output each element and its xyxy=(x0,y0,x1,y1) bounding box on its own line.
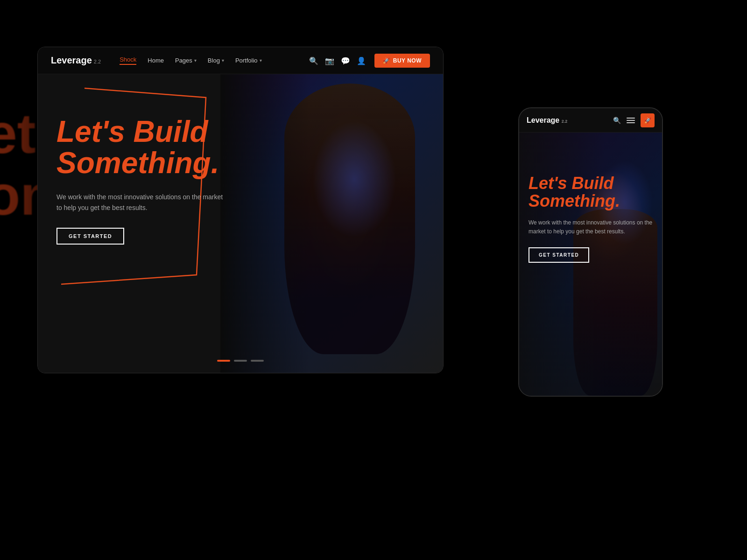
nav-utility-icons: 🔍 📷 💬 👤 xyxy=(309,56,365,65)
buy-now-button[interactable]: 🚀 BUY NOW xyxy=(374,54,430,68)
hero-subtitle: We work with the most innovative solutio… xyxy=(56,192,230,213)
mobile-mockup: Leverage 2.2 🔍 🚀 Let's Bu xyxy=(518,107,663,397)
user-icon[interactable]: 👤 xyxy=(357,56,365,65)
desktop-navbar: Leverage 2.2 Shock Home Pages ▾ Blog ▾ P… xyxy=(38,47,443,74)
dot-1[interactable] xyxy=(217,360,230,362)
nav-link-pages[interactable]: Pages ▾ xyxy=(175,57,197,64)
hero-content: Let's Build Something. We work with the … xyxy=(38,74,248,373)
mobile-rocket-icon: 🚀 xyxy=(644,117,651,124)
search-icon[interactable]: 🔍 xyxy=(309,56,317,65)
mobile-search-icon[interactable]: 🔍 xyxy=(613,117,621,124)
nav-link-blog[interactable]: Blog ▾ xyxy=(208,57,224,64)
hero-photo xyxy=(220,74,443,373)
mobile-content: Let's Build Something. We work with the … xyxy=(519,133,662,396)
mobile-hero: Let's Build Something. We work with the … xyxy=(519,133,662,396)
dot-2[interactable] xyxy=(234,360,247,362)
dot-3[interactable] xyxy=(251,360,264,362)
mobile-buy-button[interactable]: 🚀 xyxy=(641,113,655,127)
desktop-hero: Let's Build Something. We work with the … xyxy=(38,74,443,373)
mobile-nav-icons: 🔍 🚀 xyxy=(613,113,655,127)
slider-dots xyxy=(217,360,264,362)
nav-link-shock[interactable]: Shock xyxy=(120,56,136,65)
nav-link-home[interactable]: Home xyxy=(148,57,164,64)
whatsapp-icon[interactable]: 💬 xyxy=(341,56,349,65)
hero-headline: Let's Build Something. xyxy=(56,116,230,179)
mobile-menu-icon[interactable] xyxy=(627,118,635,123)
logo-text: Leverage xyxy=(51,55,92,66)
mobile-get-started-button[interactable]: GET STARTED xyxy=(529,247,589,263)
get-started-button[interactable]: GET STARTED xyxy=(56,228,124,245)
mobile-headline: Let's Build Something. xyxy=(529,175,653,210)
desktop-mockup: Leverage 2.2 Shock Home Pages ▾ Blog ▾ P… xyxy=(37,47,444,373)
rocket-icon: 🚀 xyxy=(383,57,390,64)
mobile-logo: Leverage 2.2 xyxy=(527,116,613,125)
nav-links: Shock Home Pages ▾ Blog ▾ Portfolio ▾ xyxy=(120,56,309,65)
mobile-navbar: Leverage 2.2 🔍 🚀 xyxy=(519,108,662,133)
pages-chevron-icon: ▾ xyxy=(194,58,197,63)
mobile-subtitle: We work with the most innovative solutio… xyxy=(529,218,653,236)
logo-version: 2.2 xyxy=(94,59,101,64)
nav-link-portfolio[interactable]: Portfolio ▾ xyxy=(235,57,262,64)
blog-chevron-icon: ▾ xyxy=(222,58,224,63)
portfolio-chevron-icon: ▾ xyxy=(260,58,262,63)
instagram-icon[interactable]: 📷 xyxy=(325,56,333,65)
desktop-logo: Leverage 2.2 xyxy=(51,55,101,66)
